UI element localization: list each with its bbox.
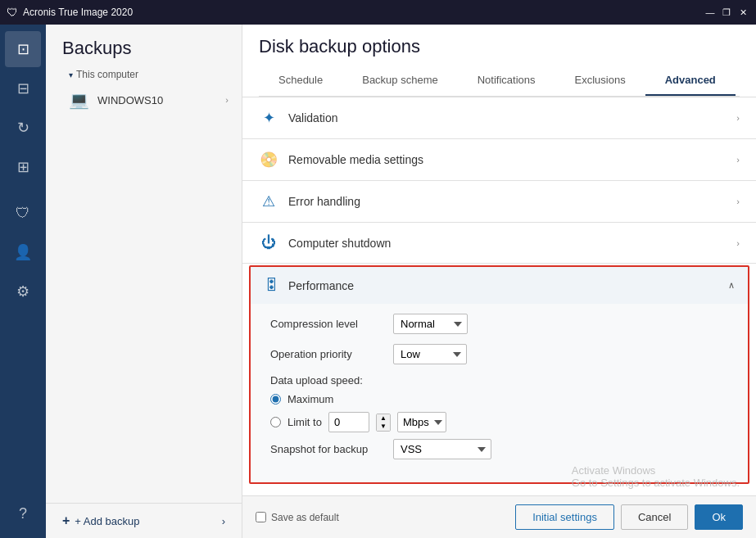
backup-nav-icon: ⊡: [17, 40, 29, 58]
snapshot-select[interactable]: VSS Acronis: [393, 439, 491, 459]
performance-chevron-icon: ∧: [728, 280, 735, 291]
performance-body: Compression level None Normal High Maxim…: [251, 304, 748, 482]
save-default-label: Save as default: [271, 512, 339, 523]
nav-sidebar-title: Backups: [46, 25, 242, 66]
accordion-computer-shutdown-header[interactable]: ⏻ Computer shutdown ›: [242, 223, 756, 263]
performance-header[interactable]: 🎛 Performance ∧: [251, 267, 748, 304]
title-bar: 🛡 Acronis True Image 2020 — ❐ ✕: [0, 0, 756, 25]
tab-notifications[interactable]: Notifications: [458, 66, 555, 96]
mbps-select[interactable]: Mbps Kbps: [397, 412, 446, 432]
app-body: ⊡ ⊟ ↻ ⊞ 🛡 👤 ⚙ ? Backups ▾ This computer: [0, 25, 756, 538]
sidebar-icon-tools[interactable]: ⊞: [5, 149, 41, 185]
ok-button[interactable]: Ok: [695, 504, 743, 530]
error-handling-icon: ⚠: [259, 192, 278, 210]
nav-sidebar: Backups ▾ This computer 💻 WINDOWS10 › + …: [46, 25, 242, 538]
restore-button[interactable]: ❐: [720, 6, 733, 19]
nav-item-windows10[interactable]: 💻 WINDOWS10 ›: [46, 84, 242, 116]
add-icon: +: [62, 513, 70, 528]
accordion-removable-media-header[interactable]: 📀 Removable media settings ›: [242, 139, 756, 180]
snapshot-row: Snapshot for backup VSS Acronis: [270, 439, 728, 459]
main-content: Disk backup options Schedule Backup sche…: [242, 25, 756, 538]
maximum-radio-row: Maximum: [270, 393, 728, 405]
title-bar-left: 🛡 Acronis True Image 2020: [7, 6, 133, 19]
limit-input[interactable]: [328, 412, 369, 432]
accordion-removable-media: 📀 Removable media settings ›: [242, 139, 756, 181]
add-backup-label: + Add backup: [75, 515, 139, 527]
spinner-down-button[interactable]: ▼: [377, 423, 390, 431]
settings-nav-icon: ⚙: [16, 283, 29, 301]
compression-level-label: Compression level: [270, 318, 385, 330]
protection-nav-icon: 🛡: [16, 205, 30, 222]
sidebar-icon-help[interactable]: ?: [5, 495, 41, 531]
sidebar-icon-sync[interactable]: ↻: [5, 110, 41, 146]
tabs-bar: Schedule Backup scheme Notifications Exc…: [259, 66, 740, 97]
operation-priority-row: Operation priority Low Normal High: [270, 344, 728, 364]
cancel-button[interactable]: Cancel: [621, 504, 688, 530]
accordion-computer-shutdown: ⏻ Computer shutdown ›: [242, 223, 756, 264]
limit-spinners: ▲ ▼: [376, 414, 391, 432]
performance-icon: 🎛: [264, 277, 278, 294]
compression-level-select[interactable]: None Normal High Maximum: [393, 314, 468, 334]
compression-level-row: Compression level None Normal High Maxim…: [270, 314, 728, 334]
save-default-checkbox-row: Save as default: [256, 512, 339, 523]
title-bar-controls: — ❐ ✕: [704, 6, 749, 19]
limit-row: Limit to ▲ ▼ Mbps Kbps: [270, 412, 728, 432]
removable-media-chevron-icon: ›: [736, 155, 740, 165]
validation-chevron-icon: ›: [736, 113, 740, 123]
computer-icon: 💻: [69, 90, 89, 110]
accordion-error-handling-header[interactable]: ⚠ Error handling ›: [242, 181, 756, 222]
add-backup-chevron-icon: ›: [222, 515, 225, 527]
error-handling-chevron-icon: ›: [736, 197, 740, 206]
initial-settings-button[interactable]: Initial settings: [515, 504, 614, 530]
removable-media-icon: 📀: [259, 151, 278, 169]
sidebar-icon-recovery[interactable]: ⊟: [5, 70, 41, 106]
content-area: ✦ Validation › 📀 Removable media setting…: [242, 97, 756, 495]
nav-section-this-computer: ▾ This computer: [46, 66, 242, 84]
save-default-checkbox[interactable]: [256, 512, 266, 522]
recovery-nav-icon: ⊟: [17, 79, 29, 97]
accordion-validation-title: Validation: [288, 111, 727, 124]
sidebar-icon-backup[interactable]: ⊡: [5, 31, 41, 67]
footer: Save as default Initial settings Cancel …: [242, 495, 756, 538]
computer-shutdown-chevron-icon: ›: [736, 238, 740, 248]
operation-priority-label: Operation priority: [270, 348, 385, 360]
accordion-removable-media-title: Removable media settings: [288, 153, 727, 166]
sidebar-icon-account[interactable]: 👤: [5, 234, 41, 270]
maximum-radio[interactable]: [270, 394, 281, 405]
computer-shutdown-icon: ⏻: [259, 234, 278, 251]
close-button[interactable]: ✕: [736, 6, 749, 19]
tab-schedule[interactable]: Schedule: [259, 66, 342, 96]
accordion-error-handling: ⚠ Error handling ›: [242, 181, 756, 223]
spinner-up-button[interactable]: ▲: [377, 414, 390, 423]
footer-actions: Initial settings Cancel Ok: [515, 504, 743, 530]
main-header: Disk backup options Schedule Backup sche…: [242, 25, 756, 97]
app-logo-icon: 🛡: [7, 6, 18, 19]
data-upload-section: Data upload speed: Maximum Limit to ▲ ▼: [270, 374, 728, 432]
limit-label: Limit to: [287, 416, 322, 428]
tab-backup-scheme[interactable]: Backup scheme: [342, 66, 458, 96]
icon-sidebar: ⊡ ⊟ ↻ ⊞ 🛡 👤 ⚙ ?: [0, 25, 46, 538]
app-title: Acronis True Image 2020: [23, 7, 133, 18]
performance-section: 🎛 Performance ∧ Compression level None N…: [249, 265, 749, 484]
minimize-button[interactable]: —: [704, 6, 717, 19]
operation-priority-select[interactable]: Low Normal High: [393, 344, 467, 364]
chevron-right-icon: ›: [225, 95, 229, 105]
chevron-down-icon: ▾: [69, 70, 73, 79]
accordion-computer-shutdown-title: Computer shutdown: [288, 237, 727, 250]
sidebar-icon-settings[interactable]: ⚙: [5, 274, 41, 310]
help-nav-icon: ?: [19, 505, 27, 522]
data-upload-label: Data upload speed:: [270, 374, 728, 387]
sync-nav-icon: ↻: [17, 119, 29, 137]
accordion-validation-header[interactable]: ✦ Validation ›: [242, 97, 756, 138]
nav-section-label: This computer: [76, 69, 138, 80]
tab-exclusions[interactable]: Exclusions: [555, 66, 645, 96]
validation-icon: ✦: [259, 109, 278, 127]
snapshot-label: Snapshot for backup: [270, 443, 385, 455]
account-nav-icon: 👤: [14, 243, 32, 261]
tab-advanced[interactable]: Advanced: [645, 66, 736, 96]
maximum-label: Maximum: [287, 393, 333, 405]
sidebar-icon-protection[interactable]: 🛡: [5, 195, 41, 231]
accordion-validation: ✦ Validation ›: [242, 97, 756, 139]
add-backup-button[interactable]: + + Add backup ›: [46, 503, 242, 538]
limit-radio[interactable]: [270, 417, 281, 427]
